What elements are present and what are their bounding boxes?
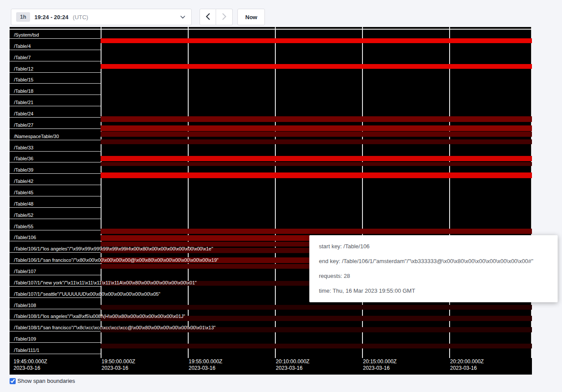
hot-span-band[interactable] bbox=[101, 64, 532, 69]
hot-span-band[interactable] bbox=[101, 162, 532, 166]
span-boundary-line bbox=[10, 128, 101, 129]
x-axis-date: 2023-03-16 bbox=[14, 365, 47, 372]
span-boundary-line bbox=[10, 185, 101, 185]
hot-span-band[interactable] bbox=[101, 116, 532, 122]
span-boundary-top-line bbox=[10, 29, 532, 30]
x-axis-time: 19:45:00.000Z bbox=[14, 358, 47, 365]
span-boundary-line bbox=[10, 331, 101, 331]
span-label: /Table/39 bbox=[14, 167, 34, 173]
span-label: /Table/45 bbox=[14, 190, 34, 196]
show-span-boundaries-row: Show span boundaries bbox=[10, 378, 75, 384]
span-boundary-line bbox=[10, 117, 101, 118]
x-axis-label: 20:10:00.000Z2023-03-16 bbox=[276, 358, 309, 372]
x-axis-time: 20:20:00.000Z bbox=[450, 358, 484, 365]
hot-span-band[interactable] bbox=[101, 229, 532, 234]
x-axis-time: 20:15:00.000Z bbox=[363, 358, 396, 365]
tooltip-start-key: start key: /Table/106 bbox=[319, 242, 548, 251]
x-axis-time: 20:10:00.000Z bbox=[276, 358, 309, 365]
show-span-boundaries-label: Show span boundaries bbox=[17, 378, 75, 384]
hot-span-band[interactable] bbox=[101, 38, 532, 43]
show-span-boundaries-checkbox[interactable] bbox=[10, 378, 16, 384]
span-label: /System/tsd bbox=[14, 32, 39, 38]
time-range-selector[interactable]: 1h 19:24 - 20:24 (UTC) bbox=[11, 9, 192, 25]
x-axis-label: 20:15:00.000Z2023-03-16 bbox=[363, 358, 396, 372]
span-boundary-line bbox=[10, 95, 101, 95]
span-boundary-line bbox=[10, 354, 101, 354]
span-boundary-line bbox=[10, 140, 101, 140]
time-range-duration-badge: 1h bbox=[16, 12, 30, 22]
span-label: /Table/42 bbox=[14, 179, 34, 184]
span-label: /Table/55 bbox=[14, 224, 34, 230]
now-button[interactable]: Now bbox=[237, 9, 265, 25]
span-label: /NamespaceTable/30 bbox=[14, 134, 59, 139]
tooltip-requests: requests: 28 bbox=[319, 272, 548, 280]
span-label: /Table/27 bbox=[14, 122, 34, 128]
heatmap-canvas[interactable]: /System/tsd/Table/4/Table/7/Table/12/Tab… bbox=[10, 27, 532, 375]
span-label: /Table/18 bbox=[14, 88, 34, 94]
hot-span-band[interactable] bbox=[101, 172, 532, 178]
span-boundary-line bbox=[10, 173, 101, 174]
hot-span-band[interactable] bbox=[101, 139, 532, 144]
span-label: /Table/106 bbox=[14, 235, 36, 240]
span-label: /Table/52 bbox=[14, 213, 34, 218]
span-boundary-line bbox=[10, 241, 101, 241]
span-label: /Table/4 bbox=[14, 44, 31, 49]
time-nav-group bbox=[200, 9, 233, 25]
span-label: /Table/106/1/"los angeles"/"\x99\x99\x99… bbox=[14, 246, 213, 252]
x-axis-label: 19:45:00.000Z2023-03-16 bbox=[14, 358, 47, 372]
span-label: /Table/33 bbox=[14, 145, 34, 151]
next-time-range-button[interactable] bbox=[216, 9, 233, 25]
tooltip-end-key: end key: /Table/106/1/"amsterdam"/"\xb33… bbox=[319, 257, 548, 266]
x-axis-date: 2023-03-16 bbox=[450, 365, 484, 372]
hot-span-band[interactable] bbox=[101, 344, 532, 348]
span-boundary-line bbox=[10, 83, 101, 84]
x-axis-time: 19:50:00.000Z bbox=[102, 358, 135, 365]
tooltip-time: time: Thu, 16 Mar 2023 19:55:00 GMT bbox=[319, 287, 548, 295]
span-boundary-line bbox=[10, 252, 101, 253]
span-boundary-line bbox=[10, 309, 101, 309]
span-label: /Table/7 bbox=[14, 55, 31, 61]
span-label: /Table/107/1/"seattle"/"UUUUUUD\x00\x80\… bbox=[14, 291, 160, 297]
span-boundary-line bbox=[10, 196, 101, 196]
x-axis-date: 2023-03-16 bbox=[276, 365, 309, 372]
span-label: /Table/108 bbox=[14, 303, 36, 308]
x-axis-date: 2023-03-16 bbox=[189, 365, 222, 372]
span-boundary-line bbox=[10, 219, 101, 219]
span-boundary-line bbox=[10, 275, 101, 275]
span-boundary-line bbox=[10, 151, 101, 152]
hot-span-band[interactable] bbox=[101, 156, 532, 161]
hot-span-band[interactable] bbox=[101, 125, 532, 131]
span-label: /Table/48 bbox=[14, 201, 34, 207]
span-label: /Table/36 bbox=[14, 156, 34, 162]
span-tooltip: start key: /Table/106 end key: /Table/10… bbox=[309, 235, 558, 302]
span-boundary-line bbox=[10, 230, 101, 230]
span-label: /Table/12 bbox=[14, 66, 34, 72]
chevron-down-icon bbox=[180, 16, 185, 19]
span-boundary-line bbox=[10, 61, 101, 61]
span-boundary-line bbox=[10, 207, 101, 208]
span-label: /Table/107 bbox=[14, 269, 36, 274]
span-label: /Table/109 bbox=[14, 336, 36, 342]
span-label: /Table/111/1 bbox=[14, 348, 39, 353]
time-range-text: 19:24 - 20:24 bbox=[34, 14, 68, 20]
time-range-timezone: (UTC) bbox=[73, 14, 88, 20]
span-label: /Table/108/1/"san francisco"/"\x8c\xcc\x… bbox=[14, 325, 216, 331]
span-label: /Table/106/1/"san francisco"/"\x80\x00\x… bbox=[14, 257, 219, 263]
span-label: /Table/21 bbox=[14, 100, 34, 105]
x-axis-time: 19:55:00.000Z bbox=[189, 358, 222, 365]
span-boundary-line bbox=[10, 320, 101, 320]
span-boundary-line bbox=[10, 38, 101, 39]
span-boundary-line bbox=[10, 106, 101, 106]
span-boundary-line bbox=[10, 50, 101, 50]
x-axis-label: 19:55:00.000Z2023-03-16 bbox=[189, 358, 222, 372]
span-boundary-line bbox=[10, 72, 101, 73]
x-axis-date: 2023-03-16 bbox=[102, 365, 135, 372]
span-boundary-line bbox=[10, 286, 101, 287]
prev-time-range-button[interactable] bbox=[200, 9, 216, 25]
span-boundary-line bbox=[10, 297, 101, 298]
hot-span-band[interactable] bbox=[101, 132, 532, 137]
span-label: /Table/24 bbox=[14, 111, 34, 117]
x-axis-date: 2023-03-16 bbox=[363, 365, 396, 372]
span-boundary-line bbox=[10, 342, 101, 343]
hot-span-band[interactable] bbox=[101, 305, 532, 310]
